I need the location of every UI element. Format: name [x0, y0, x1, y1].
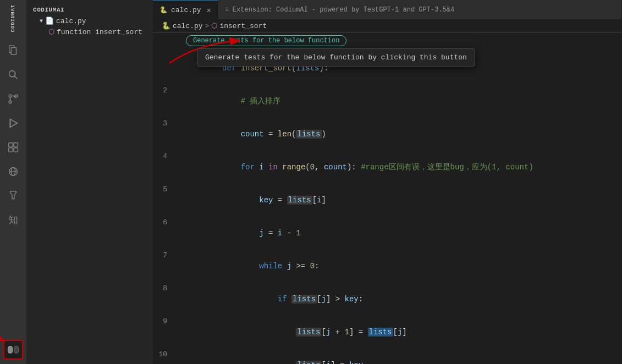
chevron-icon: ▼: [40, 18, 43, 24]
line-num-9: 9: [153, 316, 176, 327]
run-icon[interactable]: [3, 113, 23, 133]
code-line-10: 10 lists[j] = key: [153, 349, 622, 364]
activity-bar-bottom: [3, 340, 23, 364]
svg-rect-12: [14, 148, 18, 152]
codium-icon-inner: [8, 346, 19, 354]
tooltip: Generate tests for the below function by…: [197, 48, 475, 67]
main-area: 🐍 calc.py ✕ ≡ Extension: CodiumAI - powe…: [153, 0, 622, 364]
svg-marker-7: [10, 119, 18, 128]
code-line-8: 8 if lists[j] > key:: [153, 283, 622, 316]
breadcrumb: 🐍 calc.py > ⬡ insert_sort: [153, 19, 622, 33]
codium-extension-icon[interactable]: [3, 340, 23, 360]
activity-bar-top: 知: [3, 41, 23, 335]
code-line-6: 6 j = i - 1: [153, 217, 622, 250]
tab-extension-label: Extension: CodiumAI - powered by TestGPT…: [233, 6, 454, 14]
line-content-4: for i in range(0, count): #range区间有误，这里是…: [176, 151, 533, 184]
line-num-10: 10: [153, 349, 176, 360]
line-content-3: count = len(lists): [176, 118, 326, 151]
generate-tests-button[interactable]: Generate tests for the below function: [186, 35, 346, 46]
line-num-7: 7: [153, 250, 176, 261]
line-content-9: lists[j + 1] = lists[j]: [176, 316, 407, 349]
sidebar-function-label: function insert_sort: [57, 28, 142, 36]
remote-icon[interactable]: [3, 162, 23, 181]
line-content-7: while j >= 0:: [176, 250, 319, 283]
code-line-2: 2 # 插入排序: [153, 85, 622, 118]
code-line-5: 5 key = lists[i]: [153, 184, 622, 217]
line-content-2: # 插入排序: [176, 85, 280, 118]
func-icon: ⬡: [48, 27, 54, 36]
activity-bar-title: CODIUMAI: [10, 4, 16, 32]
code-line-4: 4 for i in range(0, count): #range区间有误，这…: [153, 151, 622, 184]
line-num-4: 4: [153, 151, 176, 162]
file-icon: 📄: [45, 16, 54, 25]
line-num-8: 8: [153, 283, 176, 294]
breadcrumb-file[interactable]: calc.py: [173, 22, 203, 30]
line-num-6: 6: [153, 217, 176, 228]
line-content-8: if lists[j] > key:: [176, 283, 363, 316]
kanji-icon[interactable]: 知: [3, 210, 23, 230]
code-line-9: 9 lists[j + 1] = lists[j]: [153, 316, 622, 349]
extensions-icon[interactable]: [3, 137, 23, 157]
test-icon[interactable]: [3, 186, 23, 206]
line-num-2: 2: [153, 85, 176, 96]
breadcrumb-separator: >: [205, 22, 210, 30]
sidebar: CODIUMAI ▼ 📄 calc.py ⬡ function insert_s…: [26, 0, 153, 364]
svg-rect-9: [9, 143, 13, 147]
svg-point-4: [9, 95, 12, 98]
svg-rect-10: [14, 143, 18, 147]
breadcrumb-func-icon: ⬡: [211, 21, 217, 30]
line-content-6: j = i - 1: [176, 217, 301, 250]
tab-extension[interactable]: ≡ Extension: CodiumAI - powered by TestG…: [218, 0, 622, 19]
source-control-icon[interactable]: [3, 89, 23, 109]
sidebar-filename: calc.py: [56, 17, 86, 25]
tab-calc-label: calc.py: [171, 6, 201, 14]
code-content: def insert_sort(lists): 2 # 插入排序 3 count…: [153, 35, 622, 364]
files-icon[interactable]: [3, 41, 23, 60]
tab-python-icon: 🐍: [159, 6, 168, 14]
svg-rect-11: [9, 148, 13, 152]
tab-ext-menu-icon: ≡: [225, 5, 229, 14]
breadcrumb-file-icon: 🐍: [162, 21, 170, 30]
breadcrumb-function[interactable]: insert_sort: [219, 22, 267, 30]
tab-calc-py[interactable]: 🐍 calc.py ✕: [153, 0, 218, 19]
line-content-5: key = lists[i]: [176, 184, 326, 217]
line-content-10: lists[j] = key: [176, 349, 363, 364]
code-line-3: 3 count = len(lists): [153, 118, 622, 151]
generate-btn-container: Generate tests for the below function: [186, 35, 346, 46]
svg-rect-1: [11, 48, 16, 55]
line-num-3: 3: [153, 118, 176, 129]
sidebar-function-item[interactable]: ⬡ function insert_sort: [26, 26, 153, 37]
svg-line-3: [14, 76, 17, 79]
tab-close-icon[interactable]: ✕: [207, 5, 211, 15]
svg-point-5: [9, 101, 12, 104]
line-num-5: 5: [153, 184, 176, 195]
sidebar-title: CODIUMAI: [26, 4, 153, 15]
code-line-7: 7 while j >= 0:: [153, 250, 622, 283]
editor-area[interactable]: Generate tests for the below function Ge…: [153, 33, 622, 364]
activity-bar: CODIUMAI 知: [0, 0, 26, 364]
search-icon[interactable]: [3, 65, 23, 85]
sidebar-file-item[interactable]: ▼ 📄 calc.py: [26, 15, 153, 26]
svg-point-2: [9, 71, 15, 77]
tab-bar: 🐍 calc.py ✕ ≡ Extension: CodiumAI - powe…: [153, 0, 622, 19]
